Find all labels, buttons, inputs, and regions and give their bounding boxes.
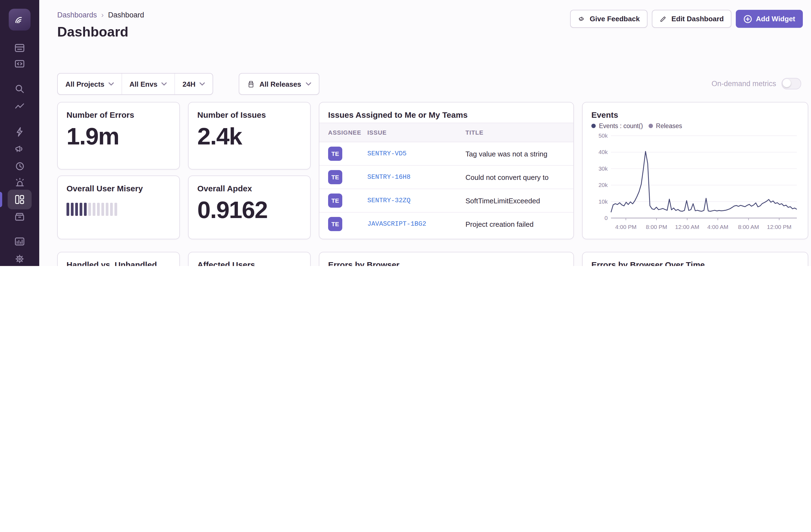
sidebar-item-search[interactable] <box>7 79 32 98</box>
sidebar-item-feedback[interactable] <box>7 139 32 158</box>
sidebar-item-projects[interactable] <box>7 54 32 74</box>
widget-errors-by-browser: Errors by Browser BROWSER.NAME COUNT() G… <box>319 252 574 266</box>
issue-title: Could not convert query to <box>465 173 573 181</box>
assignee-avatar[interactable]: TE <box>328 170 342 184</box>
widget-title: Overall User Misery <box>66 184 171 193</box>
issue-title: Project creation failed <box>465 220 573 228</box>
issue-link[interactable]: SENTRY-32ZQ <box>367 197 465 204</box>
siren-icon <box>14 177 26 188</box>
header-buttons: Give Feedback Edit Dashboard Add Widget <box>570 10 803 28</box>
widget-overall-apdex: Overall Apdex 0.9162 <box>188 176 311 239</box>
table-row[interactable]: TE JAVASCRIPT-1BG2 Project creation fail… <box>319 213 573 235</box>
number-of-errors-value: 1.9m <box>66 123 179 150</box>
sidebar <box>0 0 39 266</box>
overall-apdex-value: 0.9162 <box>197 196 310 224</box>
sidebar-item-stats[interactable] <box>7 232 32 251</box>
widget-events: Events Events : count() Releases 010k20k… <box>582 102 808 239</box>
widget-title: Handled vs. Unhandled <box>66 260 171 266</box>
active-nav-indicator <box>0 192 2 207</box>
environment-filter[interactable]: All Envs <box>121 74 174 94</box>
sidebar-item-traces[interactable] <box>7 97 32 117</box>
release-icon <box>247 80 255 88</box>
widget-title: Errors by Browser <box>328 260 565 266</box>
on-demand-metrics: On-demand metrics <box>711 78 801 89</box>
dashboards-icon <box>14 194 26 206</box>
breadcrumb-dashboards-link[interactable]: Dashboards <box>57 11 97 19</box>
legend-dot <box>591 124 596 128</box>
breadcrumb-separator: › <box>102 11 104 19</box>
svg-text:30k: 30k <box>598 165 608 172</box>
page-title: Dashboard <box>57 24 128 40</box>
widget-number-of-errors: Number of Errors 1.9m <box>57 102 180 169</box>
page-filter-bar: All Projects All Envs 24H <box>57 73 213 95</box>
chevron-down-icon <box>108 82 113 86</box>
widget-errors-by-browser-over-time: Errors by Browser Over Time Google Chrom… <box>582 252 808 266</box>
svg-text:0: 0 <box>605 215 608 221</box>
pencil-icon <box>659 15 668 23</box>
give-feedback-button[interactable]: Give Feedback <box>570 10 647 28</box>
megaphone-icon <box>578 15 586 23</box>
user-misery-bar <box>66 203 179 216</box>
events-chart[interactable]: 010k20k30k40k50k4:00 PM8:00 PM12:00 AM4:… <box>591 131 799 232</box>
table-row[interactable]: TE SENTRY-VD5 Tag value was not a string <box>319 142 573 166</box>
sentry-logo-icon[interactable] <box>9 9 31 31</box>
issue-title: Tag value was not a string <box>465 150 573 158</box>
svg-text:20k: 20k <box>598 182 608 188</box>
edit-dashboard-button[interactable]: Edit Dashboard <box>652 10 731 28</box>
main-area: Dashboards › Dashboard Dashboard Give Fe… <box>39 0 811 266</box>
assignee-avatar[interactable]: TE <box>328 147 342 161</box>
table-row[interactable]: TE SENTRY-16H8 Could not convert query t… <box>319 166 573 189</box>
on-demand-metrics-toggle[interactable] <box>782 78 801 89</box>
breadcrumb-current: Dashboard <box>108 11 144 19</box>
sidebar-item-releases[interactable] <box>7 207 32 227</box>
table-header: ASSIGNEE ISSUE TITLE <box>319 123 573 142</box>
sidebar-item-settings[interactable] <box>7 249 32 266</box>
megaphone-icon <box>14 143 26 155</box>
widget-title: Events <box>591 110 799 119</box>
plus-circle-icon <box>744 14 752 23</box>
add-widget-button[interactable]: Add Widget <box>736 10 803 28</box>
app-window: Dashboards › Dashboard Dashboard Give Fe… <box>0 0 811 266</box>
svg-text:8:00 PM: 8:00 PM <box>646 224 667 230</box>
svg-text:4:00 PM: 4:00 PM <box>615 224 636 230</box>
assignee-avatar[interactable]: TE <box>328 217 342 231</box>
projects-icon <box>14 58 26 70</box>
chevron-down-icon <box>305 82 311 86</box>
widget-issues-assigned: Issues Assigned to Me or My Teams ASSIGN… <box>319 102 574 239</box>
release-filter[interactable]: All Releases <box>239 73 319 95</box>
search-icon <box>14 83 26 95</box>
issue-link[interactable]: JAVASCRIPT-1BG2 <box>367 220 465 228</box>
bar-chart-icon <box>14 235 26 247</box>
gear-icon <box>14 253 26 265</box>
issue-title: SoftTimeLimitExceeded <box>465 197 573 205</box>
widget-handled-vs-unhandled: Handled vs. Unhandled Handled : count() … <box>57 252 180 266</box>
archive-icon <box>14 211 26 223</box>
svg-text:8:00 AM: 8:00 AM <box>738 224 759 230</box>
widget-title: Errors by Browser Over Time <box>591 260 799 266</box>
widget-title: Overall Apdex <box>197 184 302 193</box>
widget-affected-users: Affected Users Known Users : cour 1/3 01… <box>188 252 311 266</box>
number-of-issues-value: 2.4k <box>197 123 310 150</box>
issue-link[interactable]: SENTRY-VD5 <box>367 150 465 157</box>
on-demand-metrics-label: On-demand metrics <box>711 80 776 88</box>
chevron-down-icon <box>161 82 167 86</box>
table-row[interactable]: TE SENTRY-32ZQ SoftTimeLimitExceeded <box>319 189 573 213</box>
widget-title: Affected Users <box>197 260 302 266</box>
widget-title: Number of Issues <box>197 110 302 119</box>
clock-rewind-icon <box>14 160 26 172</box>
legend-dot <box>648 124 653 128</box>
traces-icon <box>14 101 26 113</box>
breadcrumb: Dashboards › Dashboard <box>57 11 144 19</box>
assignee-avatar[interactable]: TE <box>328 194 342 208</box>
issue-link[interactable]: SENTRY-16H8 <box>367 173 465 181</box>
sidebar-item-dashboards[interactable] <box>7 190 32 209</box>
date-range-filter[interactable]: 24H <box>174 74 213 94</box>
issues-icon <box>14 42 26 54</box>
chart-legend: Events : count() Releases <box>591 123 799 129</box>
widget-title: Number of Errors <box>66 110 171 119</box>
widget-number-of-issues: Number of Issues 2.4k <box>188 102 311 169</box>
project-filter[interactable]: All Projects <box>58 74 121 94</box>
svg-text:12:00 PM: 12:00 PM <box>767 224 791 230</box>
svg-text:10k: 10k <box>598 198 608 205</box>
svg-text:40k: 40k <box>598 149 608 155</box>
